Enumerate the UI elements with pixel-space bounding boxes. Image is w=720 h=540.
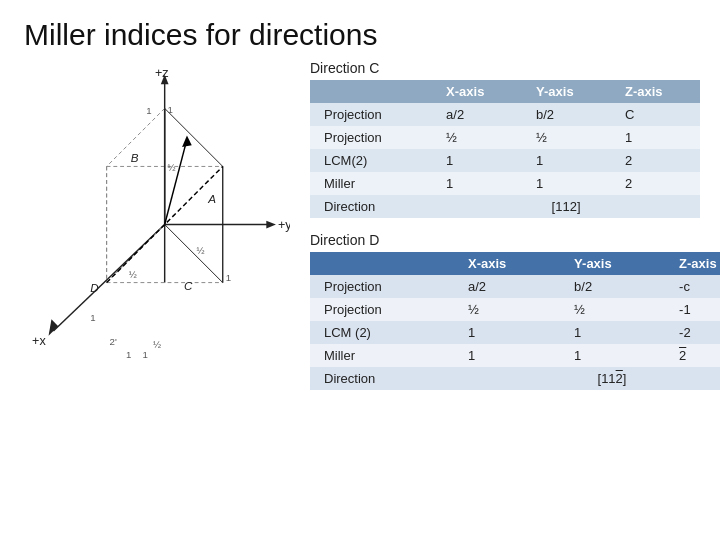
table-row: Projection ½ ½ -1 [310,298,720,321]
table-c: X-axis Y-axis Z-axis Projection a/2 b/2 … [310,80,700,218]
crystal-diagram: +z +y +x [20,60,310,390]
svg-text:1: 1 [90,312,95,323]
tables-container: Direction C X-axis Y-axis Z-axis Project… [310,60,720,390]
table-row: Direction [112] [310,195,700,218]
svg-text:½: ½ [168,162,176,173]
svg-text:1: 1 [146,105,151,116]
table-row: LCM(2) 1 1 2 [310,149,700,172]
table-row: Miller 1 1 2 [310,344,720,367]
direction-c-label: Direction C [310,60,720,76]
svg-text:½: ½ [153,339,161,350]
table-row: Projection ½ ½ 1 [310,126,700,149]
svg-text:+z: +z [155,66,169,80]
table-d-header-0 [310,252,454,275]
svg-line-14 [165,108,223,166]
svg-marker-25 [182,135,192,147]
table-d: X-axis Y-axis Z-axis Projection a/2 b/2 … [310,252,720,390]
page-title: Miller indices for directions [0,0,720,60]
svg-text:½: ½ [129,269,137,280]
svg-text:A: A [207,192,216,205]
table-c-header-2: Y-axis [522,80,611,103]
svg-text:+x: +x [32,334,46,348]
svg-text:½: ½ [197,245,205,256]
table-d-header-1: X-axis [454,252,560,275]
direction-d-section: Direction D X-axis Y-axis Z-axis Project… [310,232,720,390]
table-c-header-3: Z-axis [611,80,700,103]
table-d-header-2: Y-axis [560,252,665,275]
table-row: Direction [112] [310,367,720,390]
svg-marker-6 [266,221,276,229]
svg-text:D: D [90,281,99,294]
table-row: Projection a/2 b/2 C [310,103,700,126]
svg-text:C: C [184,279,193,292]
svg-text:1: 1 [126,349,131,360]
svg-line-17 [165,225,223,283]
svg-text:1: 1 [142,349,147,360]
direction-d-label: Direction D [310,232,720,248]
table-row: Projection a/2 b/2 -c [310,275,720,298]
table-c-header-1: X-axis [432,80,522,103]
svg-text:B: B [131,151,139,164]
table-row: Miller 1 1 2 [310,172,700,195]
svg-text:1: 1 [168,104,173,115]
svg-text:+y: +y [278,218,290,232]
svg-text:2': 2' [110,336,117,347]
direction-c-section: Direction C X-axis Y-axis Z-axis Project… [310,60,720,218]
table-row: LCM (2) 1 1 -2 [310,321,720,344]
svg-marker-8 [49,319,59,335]
table-c-header-0 [310,80,432,103]
svg-line-24 [165,139,187,224]
table-d-header-3: Z-axis [665,252,720,275]
svg-text:1: 1 [226,272,231,283]
